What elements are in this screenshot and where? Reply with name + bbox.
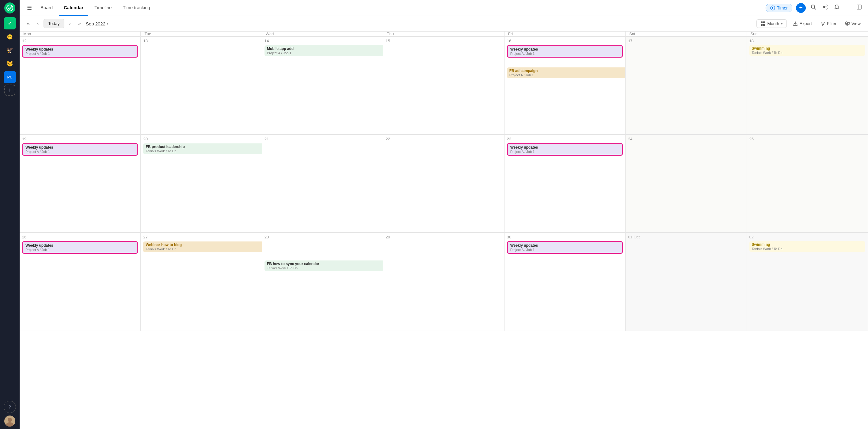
top-navigation: ☰ Board Calendar Timeline Time tracking … (20, 0, 868, 16)
topnav-right: Timer + ··· (766, 3, 863, 13)
tab-calendar[interactable]: Calendar (59, 0, 88, 16)
day-15: 15 (383, 37, 504, 134)
day-19: 19 Weekly updates Project A / Job 1 (20, 135, 141, 233)
sidebar-item-pc[interactable]: PC (4, 71, 16, 83)
sidebar-bottom: ? (4, 401, 16, 427)
more-tabs-icon[interactable]: ··· (156, 2, 166, 13)
export-icon (793, 21, 798, 26)
header-sat: Sat (626, 32, 747, 36)
sidebar-item-bird[interactable]: 🦅 (4, 44, 16, 56)
day-13: 13 (141, 37, 262, 134)
app-logo[interactable] (4, 2, 15, 13)
event-webinar-blog[interactable]: Webinar how to blog Tania's Work / To Do (143, 242, 262, 252)
day-30: 30 Weekly updates Project A / Job 1 (504, 233, 626, 331)
export-button[interactable]: Export (790, 20, 814, 28)
today-button[interactable]: Today (43, 19, 64, 28)
event-fb-sync-calendar[interactable]: FB how to sync your calendar Tania's Wor… (265, 261, 383, 271)
timer-button[interactable]: Timer (766, 4, 792, 12)
event-fb-product-leadership[interactable]: FB product leadership Tania's Work / To … (143, 144, 262, 154)
filter-icon (820, 21, 826, 26)
day-24: 24 (626, 135, 747, 233)
view-mode-selector[interactable]: Month ▾ (756, 19, 787, 28)
calendar-day-headers: Mon Tue Wed Thu Fri Sat Sun (20, 32, 868, 37)
tab-board[interactable]: Board (36, 0, 58, 16)
svg-point-23 (848, 23, 849, 24)
calendar-rows: 12 Weekly updates Project A / Job 1 13 1… (20, 37, 868, 429)
svg-marker-4 (772, 7, 774, 9)
svg-line-6 (814, 8, 815, 9)
svg-point-5 (811, 5, 815, 8)
svg-line-10 (824, 6, 826, 7)
event-fb-ad-campaign[interactable]: FB ad campaign Project A / Job 1 (507, 67, 626, 78)
prev-prev-button[interactable]: « (25, 20, 32, 28)
tab-time-tracking[interactable]: Time tracking (118, 0, 155, 16)
add-button[interactable]: + (796, 3, 806, 13)
filter-button[interactable]: Filter (818, 20, 839, 28)
header-fri: Fri (504, 32, 626, 36)
day-20: 20 FB product leadership Tania's Work / … (141, 135, 262, 233)
event-weekly-updates-fri16[interactable]: Weekly updates Project A / Job 1 (507, 45, 623, 58)
day-16: 16 Weekly updates Project A / Job 1 FB a… (504, 37, 626, 134)
header-wed: Wed (262, 32, 383, 36)
event-weekly-updates-fri23[interactable]: Weekly updates Project A / Job 1 (507, 143, 623, 156)
svg-point-1 (8, 418, 12, 422)
svg-line-11 (824, 7, 826, 8)
main-content: ☰ Board Calendar Timeline Time tracking … (20, 0, 868, 429)
header-sun: Sun (747, 32, 868, 36)
tab-timeline[interactable]: Timeline (90, 0, 117, 16)
view-options-button[interactable]: View (843, 20, 863, 28)
svg-point-24 (846, 24, 848, 25)
more-options-icon[interactable]: ··· (844, 3, 851, 12)
play-icon (770, 5, 775, 10)
svg-point-0 (7, 5, 13, 11)
day-oct1: 01 Oct (626, 233, 747, 331)
sidebar-item-cat[interactable]: 🐱 (4, 58, 16, 70)
day-25: 25 (747, 135, 868, 233)
week-row-1: 12 Weekly updates Project A / Job 1 13 1… (20, 37, 868, 135)
share-icon[interactable] (821, 3, 829, 12)
svg-rect-18 (763, 24, 765, 26)
view-options-icon (845, 21, 850, 26)
svg-point-22 (846, 22, 847, 23)
next-button[interactable]: › (67, 20, 73, 28)
notification-bell-icon[interactable] (833, 3, 841, 12)
sidebar-add-workspace[interactable]: + (4, 85, 15, 96)
day-22: 22 (383, 135, 504, 233)
event-weekly-updates-mon19[interactable]: Weekly updates Project A / Job 1 (22, 143, 138, 156)
sidebar-item-help[interactable]: ? (4, 401, 16, 413)
svg-point-8 (823, 6, 824, 8)
sidebar-item-check[interactable]: ✓ (4, 17, 16, 29)
week-row-2: 19 Weekly updates Project A / Job 1 20 F… (20, 135, 868, 233)
menu-icon[interactable]: ☰ (25, 3, 34, 12)
event-swimming-oct2[interactable]: Swimming Tania's Work / To Do (749, 241, 865, 252)
day-23: 23 Weekly updates Project A / Job 1 (504, 135, 626, 233)
expand-icon[interactable] (855, 3, 863, 12)
svg-point-9 (826, 8, 827, 9)
current-period[interactable]: Sep 2022 ▾ (86, 21, 108, 26)
svg-rect-13 (857, 5, 861, 9)
prev-button[interactable]: ‹ (35, 20, 41, 28)
event-weekly-updates-mon12[interactable]: Weekly updates Project A / Job 1 (22, 45, 138, 58)
svg-point-2 (6, 422, 13, 427)
day-14: 14 Mobile app add Project A / Job 1 (262, 37, 383, 134)
day-17: 17 (626, 37, 747, 134)
event-weekly-updates-fri30[interactable]: Weekly updates Project A / Job 1 (507, 241, 623, 254)
day-21: 21 (262, 135, 383, 233)
event-weekly-updates-mon26[interactable]: Weekly updates Project A / Job 1 (22, 241, 138, 254)
search-icon[interactable] (809, 3, 817, 12)
svg-rect-15 (761, 22, 763, 23)
toolbar-right-actions: Month ▾ Export Filter View (756, 19, 863, 28)
svg-rect-16 (763, 22, 765, 23)
event-mobile-app[interactable]: Mobile app add Project A / Job 1 (265, 45, 383, 56)
event-swimming-sun18[interactable]: Swimming Tania's Work / To Do (749, 45, 865, 56)
avatar[interactable] (4, 416, 15, 427)
calendar-toolbar: « ‹ Today › » Sep 2022 ▾ Month ▾ Export (20, 16, 868, 32)
week-row-3: 26 Weekly updates Project A / Job 1 27 W… (20, 233, 868, 331)
sidebar-item-smile[interactable]: 😊 (4, 31, 16, 43)
day-29: 29 (383, 233, 504, 331)
sidebar: ✓ 😊 🦅 🐱 PC + ? (0, 0, 20, 429)
svg-point-7 (826, 5, 827, 6)
next-next-button[interactable]: » (76, 20, 83, 28)
day-27: 27 Webinar how to blog Tania's Work / To… (141, 233, 262, 331)
day-oct2: 02 Swimming Tania's Work / To Do (747, 233, 868, 331)
